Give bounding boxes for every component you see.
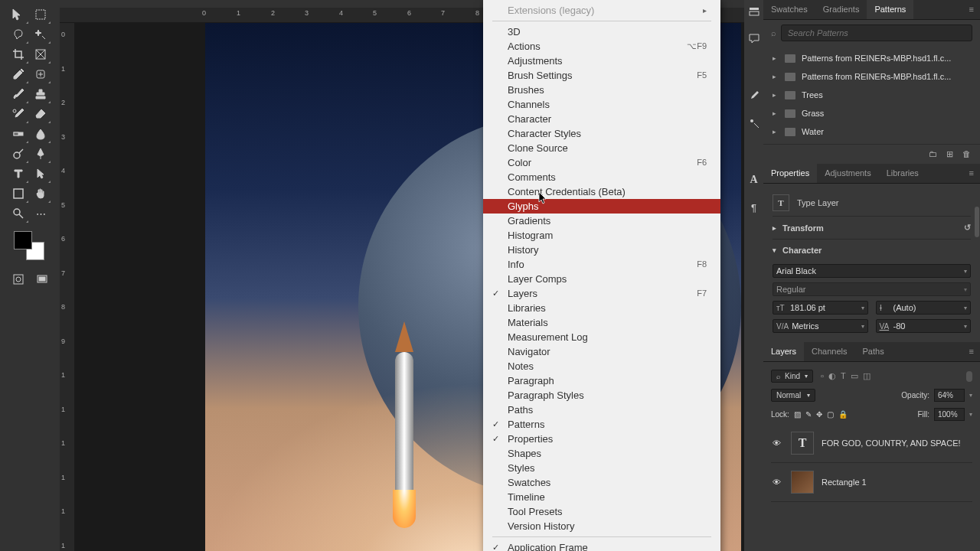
menu-item-measurement-log[interactable]: Measurement Log: [483, 330, 720, 344]
pattern-group[interactable]: ▸Patterns from REINERs-MBP.hsd1.fl.c...: [771, 49, 972, 67]
panel-menu-icon[interactable]: ≡: [963, 164, 980, 183]
stamp-tool[interactable]: [30, 84, 51, 104]
filter-shape-icon[interactable]: ▭: [851, 371, 858, 381]
menu-item-paths[interactable]: Paths: [483, 403, 720, 417]
menu-item-content-credentials-beta-[interactable]: Content Credentials (Beta): [483, 184, 720, 199]
menu-item-application-frame[interactable]: ✓Application Frame: [483, 540, 720, 551]
type-tool[interactable]: [8, 164, 29, 184]
menu-item-extensions[interactable]: Extensions (legacy)▸: [483, 3, 720, 18]
menu-item-brushes[interactable]: Brushes: [483, 83, 720, 97]
paragraph-dock-icon[interactable]: ¶: [747, 201, 761, 214]
menu-item-glyphs[interactable]: Glyphs: [483, 199, 720, 214]
screen-mode-toggle[interactable]: [31, 269, 52, 289]
tab-layers[interactable]: Layers: [763, 342, 804, 361]
lock-pixels-icon[interactable]: ✎: [805, 410, 812, 419]
filter-pixel-icon[interactable]: ▫: [821, 371, 824, 381]
pattern-group[interactable]: ▸Grass: [771, 104, 972, 122]
layer-row[interactable]: 👁TFOR GOD, COUNTRY, AND SPACE!: [771, 424, 972, 463]
save-pattern-icon[interactable]: 🗀: [929, 149, 937, 159]
menu-item-libraries[interactable]: Libraries: [483, 301, 720, 315]
clone-dock-icon[interactable]: [747, 116, 761, 130]
font-style-select[interactable]: Regular▾: [773, 282, 971, 296]
menu-item-swatches[interactable]: Swatches: [483, 475, 720, 490]
visibility-icon[interactable]: 👁: [773, 478, 783, 487]
menu-item-color[interactable]: ColorF6: [483, 155, 720, 170]
tab-properties[interactable]: Properties: [763, 164, 817, 183]
kerning-input[interactable]: V/AMetrics▾: [773, 319, 868, 333]
lock-transparency-icon[interactable]: ▨: [794, 410, 801, 419]
path-select-tool[interactable]: [30, 164, 51, 184]
menu-item-patterns[interactable]: ✓Patterns: [483, 417, 720, 432]
eyedropper-tool[interactable]: [8, 64, 29, 84]
tab-patterns[interactable]: Patterns: [867, 0, 913, 19]
lasso-tool[interactable]: [8, 24, 29, 44]
menu-item-styles[interactable]: Styles: [483, 461, 720, 475]
rectangle-tool[interactable]: [8, 184, 29, 204]
edit-toolbar[interactable]: ⋯: [30, 204, 51, 223]
move-tool[interactable]: [8, 5, 29, 24]
frame-tool[interactable]: [30, 44, 51, 64]
history-dock-icon[interactable]: [747, 5, 761, 18]
crop-tool[interactable]: [8, 44, 29, 64]
tab-swatches[interactable]: Swatches: [763, 0, 815, 19]
history-brush-tool[interactable]: [8, 104, 29, 124]
tab-gradients[interactable]: Gradients: [815, 0, 867, 19]
scrollbar-thumb[interactable]: [975, 207, 979, 237]
font-size-input[interactable]: тT181.06 pt▾: [773, 301, 868, 315]
character-section-toggle[interactable]: ▾ Character: [773, 239, 971, 261]
leading-input[interactable]: ƚ(Auto)▾: [876, 301, 972, 315]
filter-toggle[interactable]: [966, 371, 972, 382]
transform-section-toggle[interactable]: ▸ Transform ↺: [773, 216, 971, 239]
menu-item-notes[interactable]: Notes: [483, 359, 720, 373]
pattern-group[interactable]: ▸Water: [771, 122, 972, 141]
menu-item-timeline[interactable]: Timeline: [483, 490, 720, 504]
tab-libraries[interactable]: Libraries: [879, 164, 926, 183]
menu-item-version-history[interactable]: Version History: [483, 519, 720, 533]
menu-item-clone-source[interactable]: Clone Source: [483, 141, 720, 155]
blur-tool[interactable]: [30, 124, 51, 144]
visibility-icon[interactable]: 👁: [773, 439, 783, 448]
menu-item-actions[interactable]: Actions⌥F9: [483, 39, 720, 54]
filter-smart-icon[interactable]: ◫: [863, 371, 871, 381]
menu-item-comments[interactable]: Comments: [483, 170, 720, 184]
menu-item-channels[interactable]: Channels: [483, 97, 720, 112]
quick-mask-toggle[interactable]: [8, 269, 28, 289]
pattern-group[interactable]: ▸Patterns from REINERs-MBP.hsd1.fl.c...: [771, 67, 972, 86]
dodge-tool[interactable]: [8, 144, 29, 164]
pen-tool[interactable]: [30, 144, 51, 164]
blend-mode-select[interactable]: Normal▾: [771, 389, 815, 402]
character-dock-icon[interactable]: A: [747, 173, 761, 187]
opacity-input[interactable]: 64%: [934, 389, 965, 402]
menu-item-paragraph[interactable]: Paragraph: [483, 373, 720, 388]
layer-row[interactable]: 👁Rectangle 1: [771, 463, 972, 502]
pattern-group[interactable]: ▸Trees: [771, 86, 972, 104]
lock-position-icon[interactable]: ✥: [816, 410, 822, 419]
menu-item-brush-settings[interactable]: Brush SettingsF5: [483, 68, 720, 83]
menu-item-gradients[interactable]: Gradients: [483, 214, 720, 228]
menu-item-paragraph-styles[interactable]: Paragraph Styles: [483, 388, 720, 403]
menu-item-navigator[interactable]: Navigator: [483, 344, 720, 359]
menu-item-histogram[interactable]: Histogram: [483, 228, 720, 243]
lock-all-icon[interactable]: 🔒: [838, 410, 848, 419]
lock-artboard-icon[interactable]: ▢: [827, 410, 834, 419]
menu-item-properties[interactable]: ✓Properties: [483, 432, 720, 446]
menu-item-3d[interactable]: 3D: [483, 24, 720, 39]
new-pattern-icon[interactable]: ⊞: [946, 149, 953, 159]
artboard-tool[interactable]: [30, 5, 51, 24]
menu-item-history[interactable]: History: [483, 243, 720, 257]
heal-tool[interactable]: [30, 64, 51, 84]
brush-tool[interactable]: [8, 84, 29, 104]
panel-menu-icon[interactable]: ≡: [963, 0, 980, 19]
search-patterns-input[interactable]: [781, 24, 972, 41]
tracking-input[interactable]: VA-80▾: [876, 319, 972, 333]
filter-adjust-icon[interactable]: ◐: [828, 371, 836, 381]
menu-item-layer-comps[interactable]: Layer Comps: [483, 272, 720, 286]
eraser-tool[interactable]: [30, 104, 51, 124]
menu-item-character-styles[interactable]: Character Styles: [483, 126, 720, 141]
menu-item-shapes[interactable]: Shapes: [483, 446, 720, 461]
zoom-tool[interactable]: [8, 204, 29, 223]
tab-channels[interactable]: Channels: [804, 342, 854, 361]
fill-input[interactable]: 100%: [934, 408, 965, 421]
comments-dock-icon[interactable]: [747, 32, 761, 46]
gradient-tool[interactable]: [8, 124, 29, 144]
